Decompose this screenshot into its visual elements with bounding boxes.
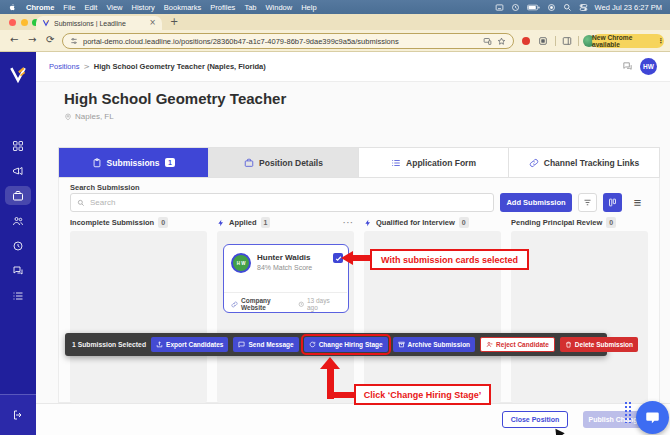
logout-icon[interactable] bbox=[12, 409, 24, 421]
page-location-text: Naples, FL bbox=[75, 112, 114, 121]
menu-extra-icon[interactable] bbox=[511, 3, 520, 12]
extensions-icon[interactable] bbox=[538, 36, 548, 46]
application-form-list-icon bbox=[391, 158, 401, 168]
card-time-ago: 13 days ago bbox=[307, 297, 341, 311]
breadcrumb-current: High School Geometry Teacher (Naples, Fl… bbox=[94, 62, 266, 71]
site-settings-icon[interactable] bbox=[70, 37, 78, 45]
control-center-icon[interactable] bbox=[579, 3, 588, 12]
url-bar[interactable]: portal-demo.cloud.leadline.io/positions/… bbox=[62, 33, 514, 49]
tab-close-icon[interactable]: × bbox=[149, 19, 156, 27]
leadline-logo[interactable] bbox=[8, 64, 28, 84]
archive-icon bbox=[398, 341, 405, 348]
side-panel-icon[interactable] bbox=[562, 36, 572, 46]
submission-card[interactable]: H W Hunter Waldis 84% Match Score Compan… bbox=[223, 244, 349, 313]
update-menu-dots-icon[interactable]: ⋮ bbox=[657, 37, 664, 45]
search-icon bbox=[77, 199, 85, 207]
menubar-item-history[interactable]: History bbox=[132, 3, 155, 12]
submissions-clipboard-icon bbox=[92, 158, 102, 168]
tab-channel-tracking-links-label: Channel Tracking Links bbox=[544, 158, 639, 168]
column-title: Incomplete Submission bbox=[70, 218, 154, 227]
chrome-update-button[interactable]: New Chrome available ⋮ bbox=[592, 34, 664, 48]
kanban-view-button[interactable] bbox=[603, 193, 622, 212]
column-menu-icon[interactable]: ··· bbox=[343, 218, 354, 227]
extension-record-icon[interactable] bbox=[522, 37, 530, 45]
widget-drag-handle[interactable] bbox=[624, 401, 633, 423]
column-title: Qualified for Interview bbox=[376, 218, 455, 227]
page-title: High School Geometry Teacher bbox=[64, 90, 286, 107]
menubar-item-view[interactable]: View bbox=[106, 3, 122, 12]
app-footer: Close Position Publish Changes bbox=[36, 403, 670, 435]
bookmark-star-icon[interactable] bbox=[497, 37, 506, 46]
column-count-badge: 1 bbox=[261, 217, 271, 227]
leadline-favicon bbox=[42, 19, 50, 27]
window-minimize-button[interactable] bbox=[21, 19, 28, 26]
export-icon bbox=[156, 341, 163, 348]
change-hiring-stage-button[interactable]: Change Hiring Stage bbox=[304, 337, 388, 352]
back-icon[interactable]: ← bbox=[10, 35, 18, 45]
spotlight-search-icon[interactable] bbox=[563, 3, 572, 12]
toolbar-divider bbox=[555, 36, 556, 46]
delete-submission-button[interactable]: Delete Submission bbox=[560, 337, 638, 352]
browser-toolbar: ← → ⟳ portal-demo.cloud.leadline.io/posi… bbox=[0, 30, 670, 52]
reject-candidate-button[interactable]: Reject Candidate bbox=[480, 337, 555, 352]
sidebar-dashboard-grid-icon[interactable] bbox=[5, 136, 31, 155]
tab-channel-tracking-links[interactable]: Channel Tracking Links bbox=[509, 148, 659, 177]
filter-button[interactable] bbox=[578, 193, 597, 212]
forward-icon[interactable]: → bbox=[28, 35, 36, 45]
tab-submissions[interactable]: Submissions 1 bbox=[59, 148, 209, 177]
sidebar-history-clock-icon[interactable] bbox=[5, 236, 31, 255]
kanban-view-icon bbox=[608, 198, 617, 207]
user-avatar[interactable]: HW bbox=[640, 58, 657, 75]
tab-submissions-label: Submissions bbox=[107, 158, 160, 168]
filter-icon bbox=[583, 198, 592, 207]
sidebar-team-users-icon[interactable] bbox=[5, 211, 31, 230]
input-source-icon[interactable] bbox=[495, 3, 504, 12]
menubar-item-bookmarks[interactable]: Bookmarks bbox=[164, 3, 202, 12]
menubar-item-profiles[interactable]: Profiles bbox=[210, 3, 235, 12]
menubar-item-tab[interactable]: Tab bbox=[244, 3, 256, 12]
list-view-icon: ≡ bbox=[633, 197, 641, 208]
tab-position-details[interactable]: Position Details bbox=[209, 148, 359, 177]
search-input[interactable] bbox=[90, 198, 487, 207]
browser-tab[interactable]: Submissions | Leadline × bbox=[36, 16, 162, 30]
add-submission-button[interactable]: Add Submission bbox=[500, 193, 572, 212]
sidebar-messages-chat-icon[interactable] bbox=[5, 261, 31, 280]
screen-mirroring-icon[interactable] bbox=[547, 3, 556, 12]
sidebar-positions-briefcase-icon[interactable] bbox=[5, 186, 31, 205]
reload-icon[interactable]: ⟳ bbox=[46, 35, 54, 45]
menubar-item-window[interactable]: Window bbox=[265, 3, 292, 12]
list-view-button[interactable]: ≡ bbox=[628, 193, 647, 212]
header-chat-icon[interactable] bbox=[622, 61, 633, 72]
menubar-item-help[interactable]: Help bbox=[301, 3, 316, 12]
column-title: Pending Principal Review bbox=[511, 218, 602, 227]
trash-icon bbox=[565, 341, 572, 348]
column-header-pending: Pending Principal Review 0 bbox=[511, 216, 648, 229]
column-count-badge: 0 bbox=[606, 217, 616, 227]
chat-widget-button[interactable] bbox=[636, 401, 669, 434]
menubar-item-file[interactable]: File bbox=[63, 3, 75, 12]
menubar-item-edit[interactable]: Edit bbox=[84, 3, 97, 12]
breadcrumb-link-positions[interactable]: Positions bbox=[49, 62, 79, 71]
tab-application-form[interactable]: Application Form bbox=[359, 148, 509, 177]
battery-icon[interactable] bbox=[527, 3, 540, 12]
send-message-button[interactable]: Send Message bbox=[233, 337, 298, 352]
apple-menu-icon[interactable] bbox=[8, 2, 17, 12]
candidate-avatar: H W bbox=[231, 253, 251, 273]
sidebar-announcements-megaphone-icon[interactable] bbox=[5, 161, 31, 180]
column-count-badge: 0 bbox=[158, 217, 168, 227]
menubar-clock[interactable]: Wed Jul 23 6:27 PM bbox=[595, 3, 662, 12]
browser-tabstrip: Submissions | Leadline × + bbox=[0, 14, 670, 30]
location-pin-icon bbox=[64, 113, 72, 121]
export-candidates-button[interactable]: Export Candidates bbox=[151, 337, 228, 352]
source-link-icon bbox=[231, 301, 238, 308]
archive-submission-button[interactable]: Archive Submission bbox=[393, 337, 476, 352]
send-to-devices-icon[interactable] bbox=[483, 37, 492, 46]
new-tab-icon[interactable]: + bbox=[170, 16, 178, 27]
sidebar-logout-section bbox=[0, 394, 36, 435]
window-close-button[interactable] bbox=[9, 19, 16, 26]
menubar-app-name[interactable]: Chrome bbox=[26, 3, 54, 12]
sidebar-tasks-list-icon[interactable] bbox=[5, 286, 31, 305]
column-header-applied: Applied 1 ··· bbox=[217, 216, 354, 229]
url-text: portal-demo.cloud.leadline.io/positions/… bbox=[83, 37, 478, 46]
app-header: Positions > High School Geometry Teacher… bbox=[36, 52, 670, 82]
